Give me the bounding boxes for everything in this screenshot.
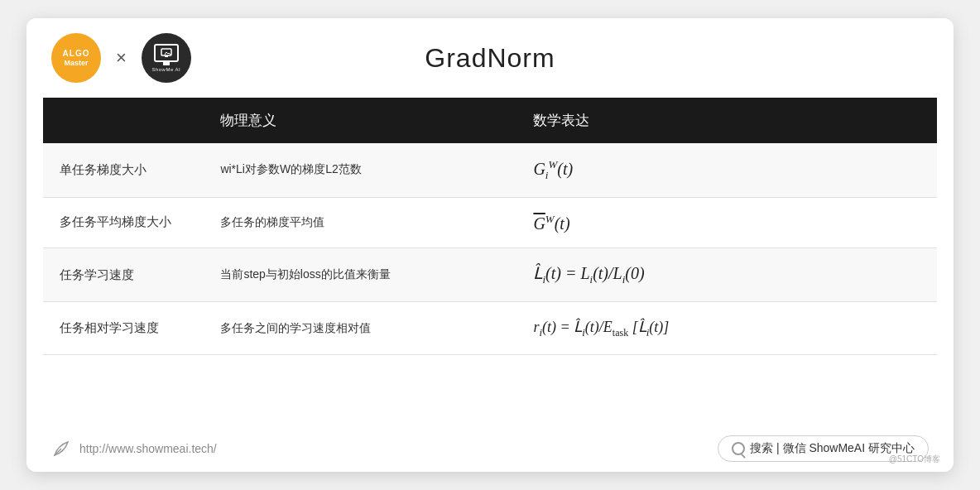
formula-cell: L̂i(t) = Li(t)/Li(0) [516, 248, 937, 302]
term-cell: 单任务梯度大小 [43, 143, 204, 197]
algo-logo-line1: ALGO [63, 49, 90, 59]
table-row: 任务学习速度 当前step与初始loss的比值来衡量 L̂i(t) = Li(t… [43, 248, 937, 302]
col-header-empty [43, 98, 204, 143]
term-cell: 多任务平均梯度大小 [43, 197, 204, 248]
monitor-svg [160, 48, 173, 58]
formula-cell: GiW(t) [516, 143, 937, 197]
search-icon [732, 442, 745, 455]
formula-2: GW(t) [533, 213, 569, 233]
meaning-cell: 多任务之间的学习速度相对值 [204, 302, 516, 355]
table-row: 任务相对学习速度 多任务之间的学习速度相对值 ri(t) = L̂i(t)/Et… [43, 302, 937, 355]
term-cell: 任务学习速度 [43, 248, 204, 302]
footer: http://www.showmeai.tech/ 搜索 | 微信 ShowMe… [26, 427, 954, 472]
main-card: ALGO Master × ShowMe AI GradNorm [26, 18, 954, 472]
formula-3: L̂i(t) = Li(t)/Li(0) [533, 263, 644, 286]
algo-master-logo: ALGO Master [51, 33, 101, 83]
col-header-physical: 物理意义 [204, 98, 516, 143]
footer-left: http://www.showmeai.tech/ [51, 439, 217, 459]
monitor-icon [154, 44, 179, 62]
meaning-cell: 多任务的梯度平均值 [204, 197, 516, 248]
header: ALGO Master × ShowMe AI GradNorm [26, 18, 954, 98]
showmeai-logo-text: ShowMe AI [151, 67, 180, 72]
formula-1: GiW(t) [533, 158, 573, 182]
brand-icon [51, 439, 71, 459]
logo-area: ALGO Master × ShowMe AI [51, 33, 191, 83]
term-cell: 任务相对学习速度 [43, 302, 204, 355]
table-row: 单任务梯度大小 wi*Li对参数W的梯度L2范数 GiW(t) [43, 143, 937, 197]
table-row: 多任务平均梯度大小 多任务的梯度平均值 GW(t) [43, 197, 937, 248]
page-title: GradNorm [425, 43, 555, 74]
algo-logo-line2: Master [64, 59, 88, 68]
formula-cell: ri(t) = L̂i(t)/Etask [L̂i(t)] [516, 302, 937, 355]
watermark: @51CTO博客 [889, 454, 940, 465]
gradnorm-table: 物理意义 数学表达 单任务梯度大小 wi*Li对参数W的梯度L2范数 GiW(t… [43, 98, 937, 355]
meaning-cell: wi*Li对参数W的梯度L2范数 [204, 143, 516, 197]
showmeai-logo: ShowMe AI [142, 33, 191, 83]
footer-url: http://www.showmeai.tech/ [79, 442, 217, 455]
formula-cell: GW(t) [516, 197, 937, 248]
meaning-cell: 当前step与初始loss的比值来衡量 [204, 248, 516, 302]
formula-4: ri(t) = L̂i(t)/Etask [L̂i(t)] [533, 317, 669, 339]
table-header-row: 物理意义 数学表达 [43, 98, 937, 143]
svg-rect-1 [165, 55, 168, 57]
table-container: 物理意义 数学表达 单任务梯度大小 wi*Li对参数W的梯度L2范数 GiW(t… [26, 98, 954, 427]
times-symbol: × [116, 47, 127, 69]
col-header-math: 数学表达 [516, 98, 937, 143]
